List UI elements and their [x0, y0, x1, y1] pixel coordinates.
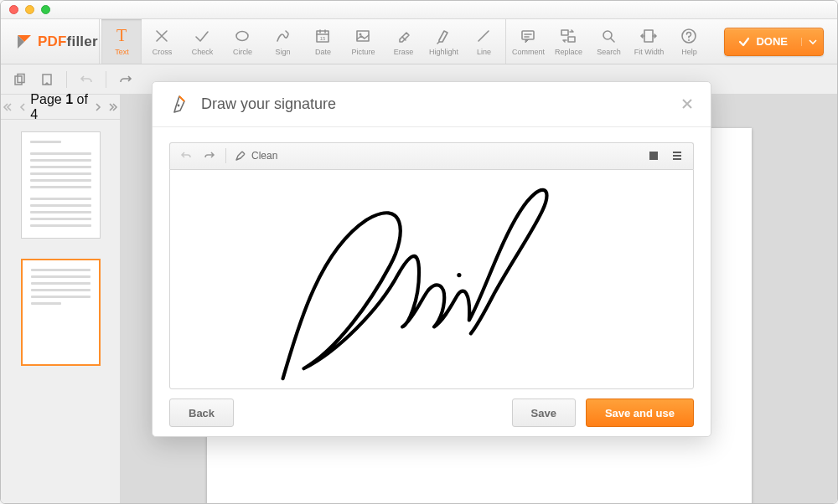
modal-title: Draw your signature [201, 95, 336, 113]
back-label: Back [189, 407, 215, 419]
close-icon [680, 97, 694, 111]
save-and-use-button[interactable]: Save and use [586, 399, 694, 427]
clean-label: Clean [251, 150, 277, 162]
modal-body: Clean [153, 127, 711, 389]
svg-point-20 [457, 273, 461, 277]
app-window: PDFfiller TTextCrossCheckCircleSign15Dat… [0, 0, 838, 504]
signature-modal: Draw your signature Clean [152, 81, 711, 437]
draw-redo[interactable] [202, 148, 217, 163]
draw-toolbar: Clean [169, 142, 694, 169]
modal-header: Draw your signature [153, 82, 711, 127]
thickness-lines-icon[interactable] [670, 148, 685, 163]
save-button[interactable]: Save [512, 399, 576, 427]
modal-footer: Back Save Save and use [153, 389, 711, 436]
back-button[interactable]: Back [169, 399, 234, 427]
save-and-use-label: Save and use [605, 407, 675, 419]
broom-icon [235, 150, 246, 162]
draw-undo[interactable] [178, 148, 194, 163]
clean-button[interactable]: Clean [235, 150, 277, 162]
thickness-fill-icon[interactable] [646, 148, 661, 163]
save-label: Save [531, 407, 556, 419]
signature-canvas[interactable] [169, 169, 694, 389]
svg-point-18 [178, 105, 180, 107]
svg-rect-19 [649, 152, 658, 160]
modal-close-button[interactable] [680, 97, 694, 111]
pen-nib-icon [169, 94, 189, 114]
signature-drawing [170, 170, 693, 388]
